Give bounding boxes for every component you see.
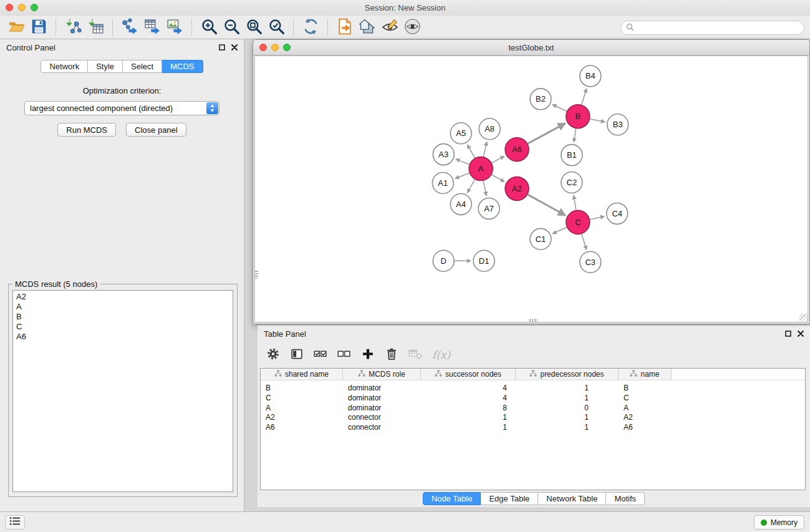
column-header-successor-nodes[interactable]: successor nodes bbox=[421, 369, 516, 380]
tab-select[interactable]: Select bbox=[123, 60, 162, 73]
table-cell[interactable]: 1 bbox=[421, 423, 516, 433]
node-C2[interactable]: C2 bbox=[561, 172, 582, 193]
column-header-predecessor-nodes[interactable]: predecessor nodes bbox=[516, 369, 619, 380]
table-cell[interactable]: 1 bbox=[516, 394, 619, 404]
float-panel-icon[interactable] bbox=[219, 43, 225, 52]
edge-B-B2[interactable] bbox=[552, 105, 567, 112]
save-button[interactable] bbox=[27, 17, 50, 38]
delete-table-button[interactable] bbox=[408, 347, 422, 362]
delete-column-button[interactable] bbox=[385, 347, 398, 362]
table-cell[interactable]: A bbox=[619, 404, 672, 414]
table-cell[interactable]: A6 bbox=[261, 423, 343, 433]
node-A7[interactable]: A7 bbox=[478, 198, 499, 219]
node-C3[interactable]: C3 bbox=[580, 251, 601, 273]
table-row[interactable]: A2connector11A2 bbox=[261, 413, 805, 423]
memory-button[interactable]: Memory bbox=[754, 515, 804, 530]
table-cell[interactable]: A2 bbox=[261, 413, 343, 423]
node-B4[interactable]: B4 bbox=[580, 65, 601, 87]
tab-style[interactable]: Style bbox=[88, 60, 123, 73]
edge-A2-C[interactable] bbox=[528, 195, 566, 215]
node-A3[interactable]: A3 bbox=[433, 144, 454, 165]
gear-button[interactable] bbox=[266, 347, 280, 362]
tab-mcds[interactable]: MCDS bbox=[162, 60, 203, 73]
node-A1[interactable]: A1 bbox=[432, 173, 453, 194]
network-graph[interactable]: B4B2BB3A5A8A6B1A3AC2A1A2A4A7C4CC1C3DD1 bbox=[255, 56, 808, 322]
table-close-panel-icon[interactable] bbox=[798, 329, 804, 339]
export-network-button[interactable] bbox=[118, 17, 141, 38]
minimize-window-button[interactable] bbox=[18, 4, 26, 11]
close-panel-icon[interactable] bbox=[231, 43, 238, 52]
edge-A-A6[interactable] bbox=[492, 156, 504, 163]
birds-eye-button[interactable] bbox=[401, 17, 423, 38]
export-table-button[interactable] bbox=[141, 17, 163, 38]
edge-C-C1[interactable] bbox=[552, 228, 567, 234]
tab-network[interactable]: Network bbox=[41, 60, 88, 73]
zoom-out-button[interactable] bbox=[220, 17, 243, 38]
search-field[interactable] bbox=[620, 21, 804, 35]
table-cell[interactable]: 1 bbox=[516, 413, 619, 423]
tab-node-table[interactable]: Node Table bbox=[423, 492, 481, 505]
node-C4[interactable]: C4 bbox=[607, 203, 628, 224]
table-row[interactable]: A6connector11A6 bbox=[261, 423, 805, 433]
home-button[interactable] bbox=[356, 17, 378, 38]
node-D[interactable]: D bbox=[433, 250, 454, 271]
tab-network-table[interactable]: Network Table bbox=[538, 492, 606, 505]
tab-edge-table[interactable]: Edge Table bbox=[481, 492, 538, 505]
import-table-button[interactable] bbox=[84, 17, 107, 38]
edge-A-A1[interactable] bbox=[455, 173, 470, 179]
table-cell[interactable]: connector bbox=[343, 413, 421, 423]
table-cell[interactable]: C bbox=[619, 394, 672, 404]
edge-B-B4[interactable] bbox=[582, 89, 587, 105]
node-D1[interactable]: D1 bbox=[473, 250, 494, 271]
edge-B-B3[interactable] bbox=[590, 119, 605, 122]
mcds-result-item[interactable]: C bbox=[16, 322, 229, 332]
edge-A-A2[interactable] bbox=[492, 175, 504, 181]
columns-button[interactable] bbox=[290, 347, 304, 362]
vertical-scroll-indicator[interactable] bbox=[255, 271, 258, 279]
mcds-result-item[interactable]: A6 bbox=[16, 332, 229, 342]
search-input[interactable] bbox=[637, 24, 799, 32]
zoom-in-button[interactable] bbox=[198, 17, 220, 38]
node-B1[interactable]: B1 bbox=[561, 145, 582, 166]
table-cell[interactable]: dominator bbox=[343, 394, 421, 404]
network-minimize-button[interactable] bbox=[271, 44, 279, 51]
add-column-button[interactable] bbox=[361, 347, 375, 362]
table-cell[interactable]: A bbox=[261, 404, 343, 414]
table-float-panel-icon[interactable] bbox=[785, 329, 791, 339]
edge-B-B1[interactable] bbox=[574, 128, 576, 142]
column-header-shared-name[interactable]: shared name bbox=[261, 369, 343, 380]
table-cell[interactable]: 1 bbox=[516, 384, 619, 394]
network-close-button[interactable] bbox=[259, 44, 267, 51]
zoom-fit-button[interactable] bbox=[243, 17, 265, 38]
column-header-name[interactable]: name bbox=[619, 369, 672, 380]
edge-A-A3[interactable] bbox=[456, 159, 470, 164]
graphics-details-button[interactable] bbox=[378, 17, 401, 38]
node-A2[interactable]: A2 bbox=[505, 177, 529, 201]
table-cell[interactable]: C bbox=[261, 394, 343, 404]
table-cell[interactable]: 4 bbox=[421, 384, 516, 394]
edge-A-A8[interactable] bbox=[483, 142, 486, 157]
network-window-titlebar[interactable]: testGlobe.txt bbox=[253, 40, 809, 56]
apply-layout-button[interactable] bbox=[299, 17, 322, 38]
network-canvas[interactable]: B4B2BB3A5A8A6B1A3AC2A1A2A4A7C4CC1C3DD1 bbox=[254, 56, 808, 322]
mcds-result-item[interactable]: B bbox=[16, 312, 229, 322]
horizontal-scroll-indicator[interactable] bbox=[529, 319, 538, 322]
edge-C-C2[interactable] bbox=[574, 195, 576, 210]
edge-A-A5[interactable] bbox=[468, 145, 475, 158]
mcds-result-item[interactable]: A bbox=[16, 302, 229, 312]
column-header-mcds-role[interactable]: MCDS role bbox=[343, 369, 421, 380]
edge-C-C4[interactable] bbox=[590, 216, 604, 220]
table-cell[interactable]: 0 bbox=[516, 404, 619, 414]
node-B3[interactable]: B3 bbox=[607, 114, 629, 135]
optimization-criterion-select[interactable]: largest connected component (directed) bbox=[24, 101, 219, 115]
node-B2[interactable]: B2 bbox=[530, 89, 551, 110]
table-cell[interactable]: dominator bbox=[343, 404, 421, 414]
node-A8[interactable]: A8 bbox=[479, 118, 500, 140]
table-cell[interactable]: 1 bbox=[421, 413, 516, 423]
table-cell[interactable]: 1 bbox=[516, 423, 619, 433]
table-cell[interactable]: A6 bbox=[619, 423, 672, 433]
mcds-result-item[interactable]: A2 bbox=[16, 292, 229, 302]
select-all-button[interactable] bbox=[314, 347, 327, 362]
export-image-button[interactable] bbox=[163, 17, 186, 38]
table-row[interactable]: Cdominator41C bbox=[261, 394, 805, 404]
